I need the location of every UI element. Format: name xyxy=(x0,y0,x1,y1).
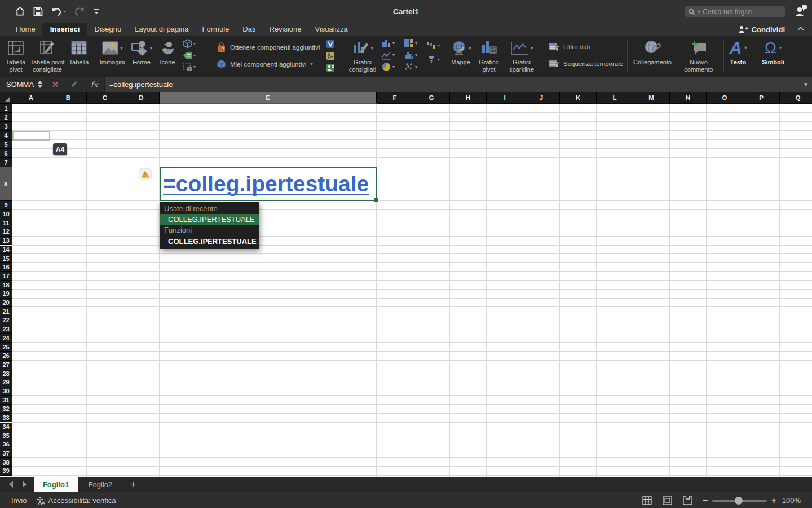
tab-dati[interactable]: Dati xyxy=(236,23,262,36)
column-header-F[interactable]: F xyxy=(377,92,413,104)
add-sheet-button[interactable]: + xyxy=(125,477,141,492)
zoom-slider[interactable] xyxy=(712,500,767,502)
row-header-32[interactable]: 32 xyxy=(0,405,12,414)
treemap-chart-button[interactable]: ▾ xyxy=(404,38,417,48)
sheet-tab-foglio2[interactable]: Foglio2 xyxy=(78,477,123,492)
bing-addin-icon[interactable] xyxy=(326,51,335,60)
column-header-J[interactable]: J xyxy=(523,92,560,104)
autocomplete-item-selected[interactable]: COLLEG.IPERTESTUALE xyxy=(160,214,259,225)
pie-chart-button[interactable]: ▾ xyxy=(381,62,395,72)
row-header-9[interactable]: 9 xyxy=(0,201,12,210)
zoom-in-button[interactable]: + xyxy=(771,496,776,505)
column-header-P[interactable]: P xyxy=(743,92,780,104)
row-header-15[interactable]: 15 xyxy=(0,254,12,263)
page-break-view-icon[interactable] xyxy=(683,496,692,505)
sparklines-button[interactable]: ▾ Grafici sparkline xyxy=(505,37,538,76)
account-icon[interactable] xyxy=(794,5,807,19)
column-chart-button[interactable]: ▾ xyxy=(381,38,395,48)
prev-sheet-icon[interactable] xyxy=(9,481,13,488)
confirm-formula-icon[interactable]: ✓ xyxy=(65,79,84,90)
row-header-10[interactable]: 10 xyxy=(0,210,12,219)
normal-view-icon[interactable] xyxy=(642,496,652,505)
fill-handle[interactable] xyxy=(374,198,378,202)
row-header-6[interactable]: 6 xyxy=(0,149,12,158)
row-header-2[interactable]: 2 xyxy=(0,113,12,122)
select-all-corner[interactable] xyxy=(0,92,12,104)
recommended-charts-button[interactable]: ▾ Grafici consigliati xyxy=(344,37,381,76)
next-sheet-icon[interactable] xyxy=(23,481,27,488)
row-header-36[interactable]: 36 xyxy=(0,440,12,449)
text-button[interactable]: A▾ Testo xyxy=(724,37,752,76)
shapes-caret[interactable]: ▾ xyxy=(150,46,152,51)
formula-input[interactable]: =colleg.ipertestuale ▼ xyxy=(104,77,812,92)
row-header-38[interactable]: 38 xyxy=(0,458,12,467)
row-header-22[interactable]: 22 xyxy=(0,316,12,325)
tab-formule[interactable]: Formule xyxy=(196,23,236,36)
tab-inserisci[interactable]: Inserisci xyxy=(42,23,88,36)
row-header-28[interactable]: 28 xyxy=(0,369,12,378)
maps-button[interactable]: ▾ Mappe xyxy=(447,37,475,76)
accessibility-status[interactable]: Accessibilità: verifica xyxy=(36,496,116,505)
my-add-ins-button[interactable]: Miei componenti aggiuntivi ▾ xyxy=(217,59,313,69)
column-header-O[interactable]: O xyxy=(707,92,743,104)
sheet-tab-foglio1[interactable]: Foglio1 xyxy=(34,477,78,492)
spreadsheet-grid[interactable]: ABCDEFGHIJKLMNOPQ 1234567891011121314151… xyxy=(0,92,812,477)
link-button[interactable]: Collegamento xyxy=(630,37,674,76)
column-header-M[interactable]: M xyxy=(633,92,670,104)
row-header-16[interactable]: 16 xyxy=(0,263,12,272)
name-box[interactable]: SOMMA xyxy=(0,80,34,89)
row-header-14[interactable]: 14 xyxy=(0,246,12,255)
column-header-N[interactable]: N xyxy=(670,92,707,104)
row-header-37[interactable]: 37 xyxy=(0,449,12,458)
search-input[interactable]: Cerca nel foglio xyxy=(685,6,785,17)
row-header-3[interactable]: 3 xyxy=(0,122,12,131)
column-header-G[interactable]: G xyxy=(413,92,450,104)
column-header-L[interactable]: L xyxy=(597,92,633,104)
row-header-20[interactable]: 20 xyxy=(0,299,12,308)
collapse-ribbon-icon[interactable] xyxy=(797,25,804,32)
row-header-39[interactable]: 39 xyxy=(0,467,12,476)
column-header-K[interactable]: K xyxy=(560,92,597,104)
3d-models-caret[interactable]: ▾ xyxy=(193,41,196,46)
row-header-24[interactable]: 24 xyxy=(0,334,12,343)
row-header-33[interactable]: 33 xyxy=(0,414,12,423)
people-addin-icon[interactable] xyxy=(326,63,335,72)
my-add-ins-caret[interactable]: ▾ xyxy=(311,62,313,67)
row-header-1[interactable]: 1 xyxy=(0,104,12,113)
smartart-button[interactable]: ▾ xyxy=(183,51,196,60)
waterfall-chart-button[interactable]: ▾ xyxy=(426,41,440,50)
line-chart-button[interactable]: ▾ xyxy=(381,50,395,60)
histogram-chart-button[interactable]: ▾ xyxy=(404,50,417,60)
recommended-charts-caret[interactable]: ▾ xyxy=(371,46,373,51)
visio-addin-icon[interactable] xyxy=(326,40,335,49)
row-header-5[interactable]: 5 xyxy=(0,140,12,149)
row-header-4[interactable]: 4 xyxy=(0,131,12,140)
screenshot-button[interactable]: ▾ xyxy=(183,63,196,71)
row-header-21[interactable]: 21 xyxy=(0,307,12,316)
column-header-E[interactable]: E xyxy=(160,92,377,104)
row-header-19[interactable]: 19 xyxy=(0,290,12,299)
row-header-35[interactable]: 35 xyxy=(0,431,12,440)
scatter-chart-button[interactable]: ▾ xyxy=(404,62,417,72)
column-header-B[interactable]: B xyxy=(50,92,87,104)
tab-home[interactable]: Home xyxy=(9,23,42,36)
table-button[interactable]: Tabella xyxy=(64,37,94,76)
row-header-25[interactable]: 25 xyxy=(0,343,12,352)
zoom-out-button[interactable]: − xyxy=(703,496,708,506)
cancel-formula-icon[interactable]: ✕ xyxy=(46,80,65,90)
screenshot-caret[interactable]: ▾ xyxy=(193,64,196,69)
tab-visualizza[interactable]: Visualizza xyxy=(308,23,354,36)
tab-revisione[interactable]: Revisione xyxy=(262,23,308,36)
row-header-11[interactable]: 11 xyxy=(0,218,12,227)
new-comment-button[interactable]: Nuovo commento xyxy=(679,37,718,76)
maps-caret[interactable]: ▾ xyxy=(469,46,471,51)
row-header-8[interactable]: 8 xyxy=(0,167,12,201)
column-header-H[interactable]: H xyxy=(450,92,487,104)
sparklines-caret[interactable]: ▾ xyxy=(531,46,533,51)
share-button[interactable]: Condividi xyxy=(738,23,785,36)
insert-function-icon[interactable]: fx xyxy=(84,80,104,89)
pictures-caret[interactable]: ▾ xyxy=(120,46,122,51)
row-header-7[interactable]: 7 xyxy=(0,158,12,167)
column-header-A[interactable]: A xyxy=(12,92,50,104)
name-box-spinner[interactable] xyxy=(34,81,46,88)
